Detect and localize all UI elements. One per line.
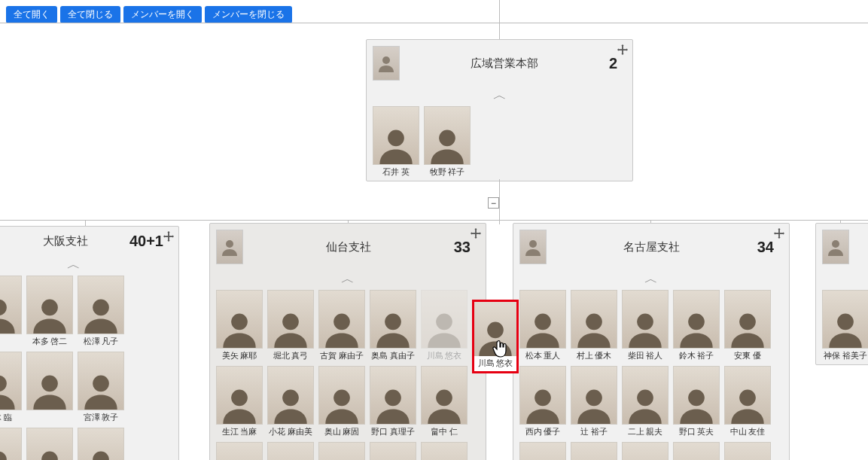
members-grid: 美矢 麻耶 堀北 真弓 古賀 麻由子 奥島 真由子 川島 悠衣 生江 当麻 小花… xyxy=(216,290,480,460)
member-item[interactable] xyxy=(216,442,263,460)
move-icon[interactable] xyxy=(774,228,784,241)
top-divider xyxy=(0,23,868,23)
member-item[interactable]: 細谷 典江 xyxy=(0,428,22,460)
org-title: 仙台支社 xyxy=(254,240,443,254)
members-grid: 神保 裕美子 梅原 陽子 xyxy=(822,290,868,361)
org-card-sendai[interactable]: 仙台支社 33 ︿ 美矢 麻耶 堀北 真弓 古賀 麻由子 奥島 真由子 川島 悠… xyxy=(209,223,486,460)
connector-line xyxy=(499,0,500,39)
member-item[interactable]: 野口 真理子 xyxy=(370,366,416,437)
members-grid: 本多 啓二 松澤 凡子 鈴木 臨 宮澤 敦子 細谷 典江 岡村 典子 xyxy=(0,276,172,460)
member-item[interactable]: 美矢 麻耶 xyxy=(216,290,263,361)
move-icon[interactable] xyxy=(471,228,481,241)
member-item[interactable]: 辻 裕子 xyxy=(571,366,617,437)
open-members-button[interactable]: メンバーを開く xyxy=(123,6,202,23)
members-grid: 松本 重人 村上 優木 柴田 裕人 鈴木 裕子 安東 優 西内 優子 辻 裕子 … xyxy=(519,290,783,460)
connector-line xyxy=(85,220,86,226)
member-item[interactable]: 村上 優木 xyxy=(571,290,617,361)
collapse-toggle[interactable]: − xyxy=(488,197,499,209)
member-item[interactable]: 松澤 凡子 xyxy=(78,276,124,347)
collapse-members-icon[interactable]: ︿ xyxy=(822,272,868,285)
member-photo xyxy=(474,302,516,356)
member-item[interactable] xyxy=(673,442,720,460)
collapse-members-icon[interactable]: ︿ xyxy=(0,257,172,271)
org-card-nagoya[interactable]: 名古屋支社 34 ︿ 松本 重人 村上 優木 柴田 裕人 鈴木 裕子 安東 優 … xyxy=(513,223,790,460)
org-title: 名古屋支社 xyxy=(557,240,747,254)
org-count: 34 xyxy=(757,239,774,256)
member-item[interactable]: 生江 当麻 xyxy=(216,366,263,437)
member-name: 川島 悠衣 xyxy=(474,358,516,369)
leader-photo[interactable] xyxy=(216,230,243,264)
member-name: 牧野 祥子 xyxy=(424,167,471,178)
member-item[interactable]: 古賀 麻由子 xyxy=(318,290,365,361)
member-item-faded[interactable]: 川島 悠衣 xyxy=(421,290,468,361)
org-title: 広域営業本部 xyxy=(410,56,598,71)
member-item[interactable] xyxy=(622,442,669,460)
member-item[interactable]: 鈴木 臨 xyxy=(0,352,22,423)
member-item[interactable]: 奥島 真由子 xyxy=(370,290,416,361)
org-count: 33 xyxy=(454,239,471,256)
org-card-osaka[interactable]: 大阪支社 40+1 ︿ 本多 啓二 松澤 凡子 鈴木 臨 宮澤 敦子 細谷 典江… xyxy=(0,226,179,460)
members-grid: 石井 英 牧野 祥子 xyxy=(373,106,626,178)
collapse-members-icon[interactable]: ︿ xyxy=(373,88,626,102)
member-item[interactable]: 牧野 祥子 xyxy=(424,106,471,178)
member-item[interactable] xyxy=(267,442,314,460)
member-item[interactable] xyxy=(724,442,771,460)
org-count: 2 xyxy=(609,55,617,72)
org-count: 40+1 xyxy=(129,233,163,250)
member-item[interactable]: 鈴木 裕子 xyxy=(673,290,720,361)
member-item[interactable] xyxy=(421,442,468,460)
member-item[interactable] xyxy=(519,442,566,460)
leader-photo[interactable] xyxy=(822,230,849,264)
member-item[interactable]: 野口 英夫 xyxy=(673,366,720,437)
member-item[interactable]: 岡村 典子 xyxy=(26,428,73,460)
member-item[interactable] xyxy=(370,442,416,460)
member-item[interactable] xyxy=(0,276,22,347)
member-item[interactable]: 松本 重人 xyxy=(519,290,566,361)
drag-card[interactable]: 川島 悠衣 xyxy=(472,300,519,373)
member-item[interactable] xyxy=(571,442,617,460)
member-item[interactable]: 小花 麻由美 xyxy=(267,366,314,437)
member-item[interactable]: 二上 親夫 xyxy=(622,366,669,437)
leader-photo[interactable] xyxy=(373,46,400,81)
collapse-members-icon[interactable]: ︿ xyxy=(519,272,783,285)
member-item[interactable] xyxy=(78,428,124,460)
member-item[interactable]: 奥山 麻固 xyxy=(318,366,365,437)
connector-line xyxy=(499,179,500,224)
member-item[interactable]: 神保 裕美子 xyxy=(822,290,868,361)
member-item[interactable]: 宮澤 敦子 xyxy=(78,352,124,423)
member-name: 石井 英 xyxy=(373,167,419,178)
leader-photo[interactable] xyxy=(519,230,547,264)
toolbar: 全て開く 全て閉じる メンバーを開く メンバーを閉じる xyxy=(6,6,292,23)
member-item[interactable]: 堀北 真弓 xyxy=(267,290,314,361)
member-item[interactable]: 西内 優子 xyxy=(519,366,566,437)
connector-line xyxy=(0,220,868,221)
member-item[interactable] xyxy=(26,352,73,423)
collapse-members-icon[interactable]: ︿ xyxy=(216,272,480,285)
move-icon[interactable] xyxy=(617,44,628,57)
close-all-button[interactable]: 全て閉じる xyxy=(60,6,120,23)
member-item[interactable]: 安東 優 xyxy=(724,290,771,361)
member-item[interactable] xyxy=(318,442,365,460)
member-photo xyxy=(373,106,419,165)
close-members-button[interactable]: メンバーを閉じる xyxy=(205,6,292,23)
open-all-button[interactable]: 全て開く xyxy=(6,6,57,23)
member-item[interactable]: 中山 友佳 xyxy=(724,366,771,437)
org-card-rightedge[interactable]: ︿ 神保 裕美子 梅原 陽子 xyxy=(815,223,868,365)
org-title: 大阪支社 xyxy=(13,234,119,248)
org-card-root[interactable]: 広域営業本部 2 ︿ 石井 英 牧野 祥子 xyxy=(366,39,633,181)
member-photo xyxy=(424,106,471,165)
member-item[interactable]: 石井 英 xyxy=(373,106,419,178)
move-icon[interactable] xyxy=(163,231,174,244)
member-item[interactable]: 畠中 仁 xyxy=(421,366,468,437)
member-item[interactable]: 柴田 裕人 xyxy=(622,290,669,361)
member-item[interactable]: 本多 啓二 xyxy=(26,276,73,347)
